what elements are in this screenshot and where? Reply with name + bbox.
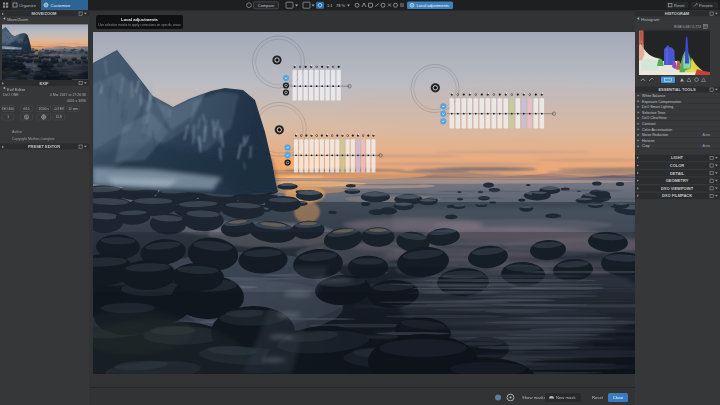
svg-text:Close: Close <box>613 395 624 400</box>
svg-text:Show masks: Show masks <box>522 395 546 400</box>
svg-text:Reset: Reset <box>592 395 604 400</box>
svg-text:New mask: New mask <box>556 395 576 400</box>
